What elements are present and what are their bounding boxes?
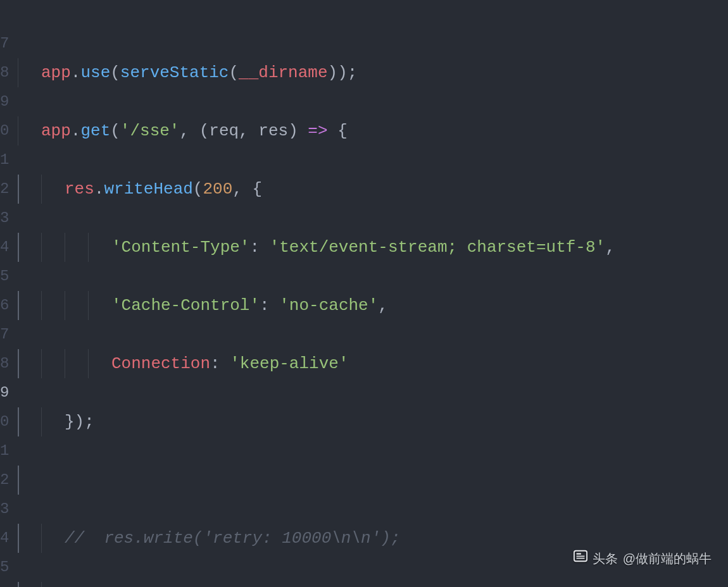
code-line: let n = 0; xyxy=(18,582,728,587)
watermark-handle: @做前端的蜗牛 xyxy=(623,544,712,573)
code-line: Connection: 'keep-alive' xyxy=(18,349,728,378)
watermark: 头条 @做前端的蜗牛 xyxy=(574,544,712,573)
svg-rect-1 xyxy=(576,553,581,554)
toutiao-icon xyxy=(574,544,587,573)
watermark-prefix: 头条 xyxy=(593,544,618,573)
code-line: res.writeHead(200, { xyxy=(18,175,728,204)
code-editor[interactable]: 78901234567890123456 app.use(serveStatic… xyxy=(0,0,728,587)
code-line: 'Cache-Control': 'no-cache', xyxy=(18,291,728,320)
code-line: 'Content-Type': 'text/event-stream; char… xyxy=(18,233,728,262)
line-number-gutter: 78901234567890123456 xyxy=(0,0,11,587)
code-line xyxy=(18,466,728,495)
code-line: app.get('/sse', (req, res) => { xyxy=(18,116,728,145)
svg-rect-3 xyxy=(576,558,584,559)
code-line: }); xyxy=(18,407,728,436)
svg-rect-2 xyxy=(576,556,584,557)
code-area[interactable]: app.use(serveStatic(__dirname)); app.get… xyxy=(11,0,728,587)
code-line: app.use(serveStatic(__dirname)); xyxy=(18,58,728,87)
